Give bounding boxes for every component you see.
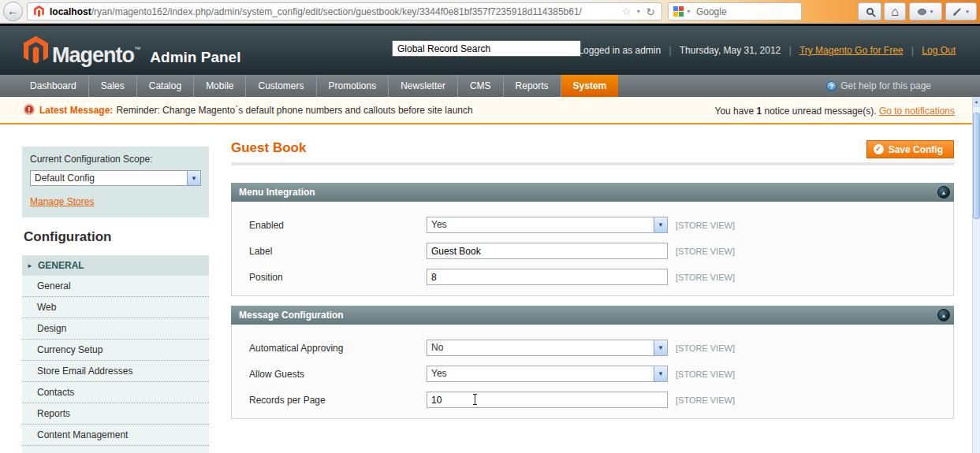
sidebar-item-design[interactable]: Design xyxy=(22,318,209,340)
chevron-down-icon[interactable]: ▼ xyxy=(187,171,200,185)
brand-suffix: Admin Panel xyxy=(150,49,240,65)
save-config-button[interactable]: ✓ Save Config xyxy=(866,140,954,158)
sidebar: Current Configuration Scope: Default Con… xyxy=(22,147,209,453)
address-bar[interactable]: localhost/ryan/magento162/index.php/admi… xyxy=(27,2,662,20)
scope-select-value: Default Config xyxy=(31,171,187,185)
select-value: Yes xyxy=(427,217,654,232)
section-fieldset: Enabled Yes ▼ [STORE VIEW] Label [STORE … xyxy=(231,202,954,296)
nav-item-newsletter[interactable]: Newsletter xyxy=(388,75,457,97)
header-user-info: Logged in as admin | Thursday, May 31, 2… xyxy=(578,45,956,56)
help-icon: ? xyxy=(826,81,837,91)
scope-hint: [STORE VIEW] xyxy=(676,221,735,230)
nav-item-reports[interactable]: Reports xyxy=(503,75,561,97)
colorpicker-button[interactable]: ▼ xyxy=(945,2,977,20)
chevron-down-icon[interactable]: ▼ xyxy=(654,340,667,355)
scope-hint: [STORE VIEW] xyxy=(676,273,735,282)
collapse-icon[interactable]: ▲ xyxy=(937,186,950,199)
trademark: ™ xyxy=(134,46,140,53)
records-per-page-input[interactable] xyxy=(427,392,668,408)
collapse-icon[interactable]: ▲ xyxy=(937,309,950,321)
chevron-down-icon[interactable]: ▼ xyxy=(654,366,667,381)
scope-hint: [STORE VIEW] xyxy=(676,395,735,405)
arrow-right-icon: ► xyxy=(27,262,33,269)
field-row-position: Position [STORE VIEW] xyxy=(249,269,953,285)
menu-group-general[interactable]: ► GENERAL xyxy=(22,255,209,276)
browser-search-button[interactable] xyxy=(858,2,881,20)
select-value: No xyxy=(427,340,654,355)
go-to-notifications-link[interactable]: Go to notifications xyxy=(879,106,955,117)
magento-logo-icon xyxy=(24,33,48,68)
bookmark-star-icon[interactable]: ☆ xyxy=(622,6,632,17)
label-input[interactable] xyxy=(427,243,668,259)
sidebar-item-currency-setup[interactable]: Currency Setup xyxy=(22,340,209,361)
automatical-approving-select[interactable]: No ▼ xyxy=(427,340,668,356)
configuration-title: Configuration xyxy=(24,229,209,245)
url-dropdown-icon[interactable]: ▼ xyxy=(635,9,641,14)
latest-message: !Latest Message:Reminder: Change Magento… xyxy=(24,104,473,116)
manage-stores-link[interactable]: Manage Stores xyxy=(30,196,94,207)
scrollbar-up-icon[interactable]: ▲ xyxy=(973,97,980,107)
brand-title: Magento™ Admin Panel xyxy=(52,43,240,68)
field-row-allow-guests: Allow Guests Yes ▼ [STORE VIEW] xyxy=(249,366,953,382)
scope-hint: [STORE VIEW] xyxy=(676,247,735,256)
config-scope-box: Current Configuration Scope: Default Con… xyxy=(22,147,209,217)
nav-item-catalog[interactable]: Catalog xyxy=(136,75,193,97)
section-header[interactable]: Message Configuration ▲ xyxy=(231,306,954,325)
colorpicker-dropdown-icon[interactable]: ▼ xyxy=(965,9,970,14)
scope-hint: [STORE VIEW] xyxy=(676,369,735,379)
firebug-dropdown-icon[interactable]: ▼ xyxy=(930,9,934,14)
admin-header: Magento™ Admin Panel Logged in as admin … xyxy=(0,24,980,75)
main-navigation: Dashboard Sales Catalog Mobile Customers… xyxy=(0,75,980,97)
position-input[interactable] xyxy=(427,269,668,285)
global-record-search-input[interactable] xyxy=(392,40,581,57)
field-label: Allow Guests xyxy=(249,369,427,380)
magento-go-link[interactable]: Try Magento Go for Free xyxy=(799,45,904,56)
scope-select[interactable]: Default Config ▼ xyxy=(30,170,201,186)
reload-icon[interactable]: ↻ xyxy=(646,6,655,18)
latest-message-label: Latest Message: xyxy=(39,105,113,116)
nav-item-customers[interactable]: Customers xyxy=(245,75,315,97)
search-engine-dropdown-icon[interactable]: ▼ xyxy=(686,9,691,14)
logged-in-text: Logged in as admin xyxy=(578,45,661,56)
browser-back-button[interactable]: ← xyxy=(3,2,23,21)
field-row-automatical-approving: Automatical Approving No ▼ [STORE VIEW] xyxy=(249,340,953,356)
field-row-enabled: Enabled Yes ▼ [STORE VIEW] xyxy=(249,217,953,233)
menu-footer xyxy=(22,446,209,453)
nav-item-promotions[interactable]: Promotions xyxy=(316,75,389,97)
section-message-configuration: Message Configuration ▲ Automatical Appr… xyxy=(231,306,954,419)
field-label: Position xyxy=(249,272,427,283)
sidebar-item-web[interactable]: Web xyxy=(22,297,209,318)
get-help-link[interactable]: ?Get help for this page xyxy=(826,75,931,97)
nav-item-cms[interactable]: CMS xyxy=(457,75,503,97)
magnifier-icon xyxy=(866,8,874,15)
checkmark-icon: ✓ xyxy=(874,144,884,154)
url-host: localhost xyxy=(50,6,91,17)
url-text: localhost/ryan/magento162/index.php/admi… xyxy=(50,6,620,17)
sidebar-item-reports[interactable]: Reports xyxy=(22,403,209,425)
title-divider xyxy=(231,162,954,165)
enabled-select[interactable]: Yes ▼ xyxy=(427,217,668,233)
allow-guests-select[interactable]: Yes ▼ xyxy=(427,366,668,382)
sidebar-item-store-email[interactable]: Store Email Addresses xyxy=(22,361,209,382)
section-header[interactable]: Menu Integration ▲ xyxy=(231,183,954,202)
nav-item-dashboard[interactable]: Dashboard xyxy=(18,75,88,97)
sidebar-item-content-mgmt[interactable]: Content Management xyxy=(22,425,209,446)
field-label: Enabled xyxy=(249,220,427,231)
section-fieldset: Automatical Approving No ▼ [STORE VIEW] … xyxy=(231,325,954,419)
current-date: Thursday, May 31, 2012 xyxy=(680,45,781,56)
page-scrollbar[interactable]: ▲ xyxy=(972,97,980,453)
nav-item-system[interactable]: System xyxy=(561,75,619,97)
logout-link[interactable]: Log Out xyxy=(922,45,956,56)
field-label: Records per Page xyxy=(249,395,427,406)
sidebar-item-contacts[interactable]: Contacts xyxy=(22,382,209,403)
eyedropper-icon xyxy=(953,8,961,16)
scrollbar-thumb[interactable] xyxy=(973,113,980,219)
browser-home-button[interactable]: ⌂ xyxy=(884,2,906,20)
nav-item-sales[interactable]: Sales xyxy=(88,75,136,97)
unread-count: 1 xyxy=(756,106,762,117)
browser-search-box[interactable]: ▼ Google xyxy=(668,2,802,20)
sidebar-item-general[interactable]: General xyxy=(22,276,209,297)
nav-item-mobile[interactable]: Mobile xyxy=(193,75,245,97)
chevron-down-icon[interactable]: ▼ xyxy=(654,217,667,232)
firebug-button[interactable]: ▼ xyxy=(909,2,942,20)
